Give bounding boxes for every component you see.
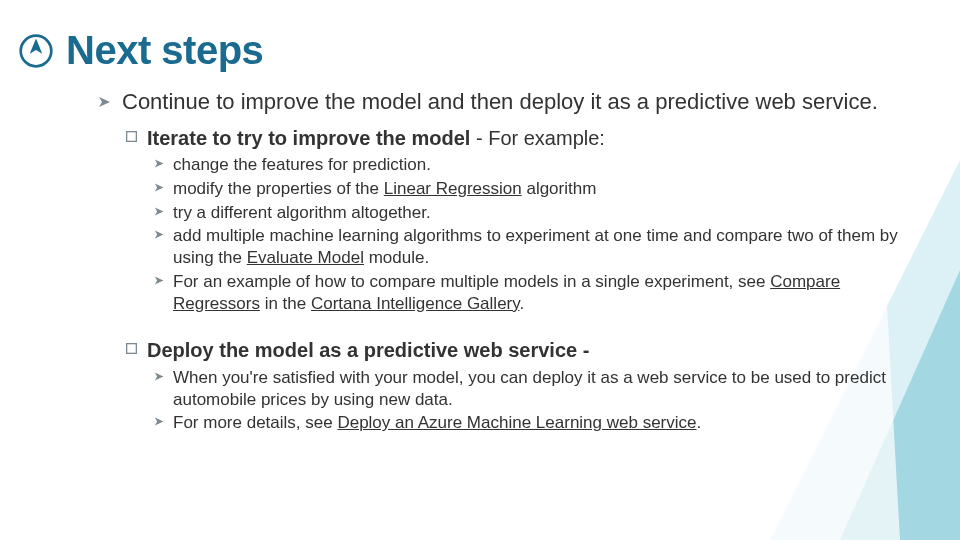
bullet-text: Iterate to try to improve the model - Fo… <box>147 126 605 150</box>
bullet-level3: For more details, see Deploy an Azure Ma… <box>154 412 912 434</box>
svg-marker-11 <box>155 277 164 285</box>
svg-marker-10 <box>155 231 164 239</box>
bullet-text: try a different algorithm altogether. <box>173 202 431 224</box>
heading-bold: Deploy the model as a predictive web ser… <box>147 339 589 361</box>
bullet-text: Continue to improve the model and then d… <box>122 89 878 116</box>
bullet-text: Deploy the model as a predictive web ser… <box>147 338 589 362</box>
svg-marker-5 <box>99 97 110 107</box>
bullet-level3: For an example of how to compare multipl… <box>154 271 912 315</box>
square-bullet-icon <box>126 343 137 354</box>
bullet-level3: change the features for prediction. <box>154 154 912 176</box>
arrow-bullet-icon <box>154 371 165 382</box>
arrow-bullet-icon <box>154 206 165 217</box>
svg-marker-14 <box>155 418 164 426</box>
arrow-bullet-icon <box>154 182 165 193</box>
heading-tail: - For example: <box>470 127 604 149</box>
svg-rect-12 <box>127 344 137 354</box>
arrow-bullet-icon <box>154 416 165 427</box>
bullet-level3: try a different algorithm altogether. <box>154 202 912 224</box>
square-bullet-icon <box>126 131 137 142</box>
bullet-text: modify the properties of the Linear Regr… <box>173 178 596 200</box>
arrow-bullet-icon <box>154 158 165 169</box>
link-cortana-gallery[interactable]: Cortana Intelligence Gallery <box>311 294 520 313</box>
arrow-bullet-icon <box>98 95 112 109</box>
link-evaluate-model[interactable]: Evaluate Model <box>247 248 364 267</box>
arrow-bullet-icon <box>154 275 165 286</box>
svg-marker-9 <box>155 207 164 215</box>
svg-marker-4 <box>30 38 43 53</box>
compass-icon <box>18 33 54 69</box>
slide: Next steps Continue to improve the model… <box>0 0 960 540</box>
bullet-text: When you're satisfied with your model, y… <box>173 367 912 411</box>
bullet-text: change the features for prediction. <box>173 154 431 176</box>
bullet-text: For more details, see Deploy an Azure Ma… <box>173 412 701 434</box>
bullet-text: add multiple machine learning algorithms… <box>173 225 912 269</box>
bullet-level2: Iterate to try to improve the model - Fo… <box>126 126 912 150</box>
arrow-bullet-icon <box>154 229 165 240</box>
svg-marker-13 <box>155 372 164 380</box>
svg-marker-7 <box>155 160 164 168</box>
bullet-level2: Deploy the model as a predictive web ser… <box>126 338 912 362</box>
heading-bold: Iterate to try to improve the model <box>147 127 470 149</box>
svg-marker-8 <box>155 184 164 192</box>
link-deploy-web-service[interactable]: Deploy an Azure Machine Learning web ser… <box>337 413 696 432</box>
link-linear-regression[interactable]: Linear Regression <box>384 179 522 198</box>
bullet-level1: Continue to improve the model and then d… <box>98 89 912 116</box>
bullet-level3: modify the properties of the Linear Regr… <box>154 178 912 200</box>
bullet-text: For an example of how to compare multipl… <box>173 271 912 315</box>
content-area: Continue to improve the model and then d… <box>0 73 960 434</box>
bullet-level3: When you're satisfied with your model, y… <box>154 367 912 411</box>
svg-rect-6 <box>127 131 137 141</box>
page-title: Next steps <box>66 28 263 73</box>
bullet-level3: add multiple machine learning algorithms… <box>154 225 912 269</box>
